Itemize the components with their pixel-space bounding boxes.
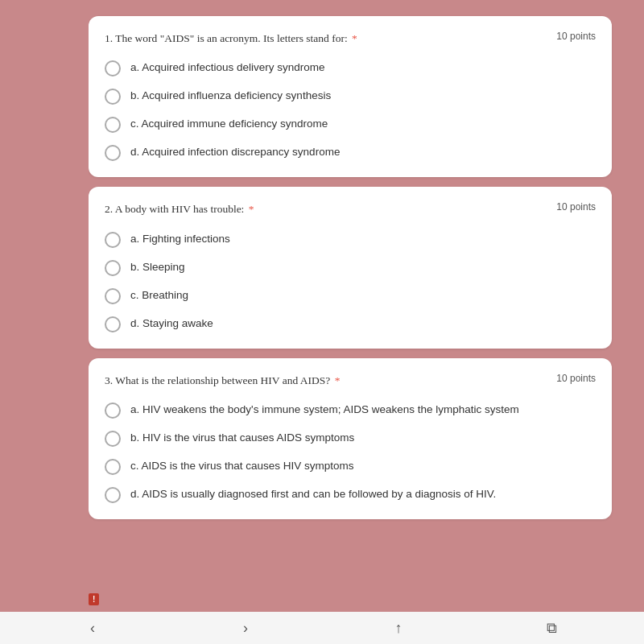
option-text-q2a: a. Fighting infections (130, 231, 230, 247)
option-text-q3c: c. AIDS is the virus that causes HIV sym… (130, 458, 354, 474)
bottom-navigation: ‹ › ↑ ⧉ (0, 612, 644, 644)
required-marker: * (249, 203, 254, 215)
left-panel (0, 0, 89, 612)
content-area[interactable]: 1. The word "AIDS" is an acronym. Its le… (89, 0, 620, 612)
radio-q1a[interactable] (105, 60, 121, 76)
question-text-q2: 2. A body with HIV has trouble: * (105, 201, 547, 217)
question-card-q3: 3. What is the relationship between HIV … (89, 358, 612, 519)
question-card-q2: 2. A body with HIV has trouble: *10 poin… (89, 187, 612, 348)
option-row-q2d[interactable]: d. Staying awake (105, 316, 596, 332)
radio-q1d[interactable] (105, 145, 121, 161)
warning-badge: ! (89, 593, 99, 605)
warning-text: ! (93, 595, 95, 604)
copy-button[interactable]: ⧉ (542, 618, 561, 638)
question-header-q2: 2. A body with HIV has trouble: *10 poin… (105, 201, 596, 217)
option-row-q3b[interactable]: b. HIV is the virus that causes AIDS sym… (105, 430, 596, 447)
option-text-q3b: b. HIV is the virus that causes AIDS sym… (130, 430, 354, 446)
option-row-q3d[interactable]: d. AIDS is usually diagnosed first and c… (105, 486, 596, 503)
option-text-q1a: a. Acquired infectious delivery syndrome (130, 60, 325, 76)
option-row-q1a[interactable]: a. Acquired infectious delivery syndrome (105, 60, 596, 76)
back-button[interactable]: ‹ (83, 618, 102, 638)
option-text-q2d: d. Staying awake (130, 316, 213, 332)
radio-q3a[interactable] (105, 402, 121, 419)
question-header-q1: 1. The word "AIDS" is an acronym. Its le… (105, 31, 596, 47)
option-row-q1b[interactable]: b. Acquired influenza deficiency synthes… (105, 88, 596, 105)
option-row-q2b[interactable]: b. Sleeping (105, 259, 596, 276)
option-row-q1d[interactable]: d. Acquired infection discrepancy syndro… (105, 144, 596, 161)
option-text-q1b: b. Acquired influenza deficiency synthes… (130, 88, 331, 104)
option-text-q2c: c. Breathing (130, 287, 188, 303)
option-row-q1c[interactable]: c. Acquired immune deficiency syndrome (105, 116, 596, 133)
radio-q2a[interactable] (105, 232, 121, 248)
question-card-q1: 1. The word "AIDS" is an acronym. Its le… (89, 16, 612, 177)
option-row-q2c[interactable]: c. Breathing (105, 287, 596, 304)
page-container: 1. The word "AIDS" is an acronym. Its le… (0, 0, 644, 644)
required-marker: * (335, 374, 341, 386)
option-row-q3c[interactable]: c. AIDS is the virus that causes HIV sym… (105, 458, 596, 475)
option-text-q1d: d. Acquired infection discrepancy syndro… (130, 144, 340, 160)
radio-q1c[interactable] (105, 117, 121, 133)
radio-q1b[interactable] (105, 89, 121, 105)
option-text-q3d: d. AIDS is usually diagnosed first and c… (130, 486, 496, 502)
option-row-q2a[interactable]: a. Fighting infections (105, 231, 596, 248)
radio-q2b[interactable] (105, 260, 121, 276)
option-text-q2b: b. Sleeping (130, 259, 185, 275)
radio-q3d[interactable] (105, 487, 121, 503)
option-row-q3a[interactable]: a. HIV weakens the body's immune system;… (105, 402, 596, 419)
forward-button[interactable]: › (236, 618, 255, 638)
upload-button[interactable]: ↑ (389, 618, 408, 638)
option-text-q1c: c. Acquired immune deficiency syndrome (130, 116, 328, 132)
radio-q2c[interactable] (105, 288, 121, 304)
required-marker: * (352, 32, 357, 44)
question-text-q3: 3. What is the relationship between HIV … (105, 373, 547, 389)
radio-q3c[interactable] (105, 459, 121, 475)
points-label-q1: 10 points (556, 31, 596, 42)
option-text-q3a: a. HIV weakens the body's immune system;… (130, 402, 519, 418)
radio-q2d[interactable] (105, 316, 121, 332)
radio-q3b[interactable] (105, 431, 121, 447)
points-label-q2: 10 points (556, 201, 596, 213)
question-header-q3: 3. What is the relationship between HIV … (105, 373, 596, 389)
points-label-q3: 10 points (556, 373, 596, 384)
question-text-q1: 1. The word "AIDS" is an acronym. Its le… (105, 31, 547, 47)
